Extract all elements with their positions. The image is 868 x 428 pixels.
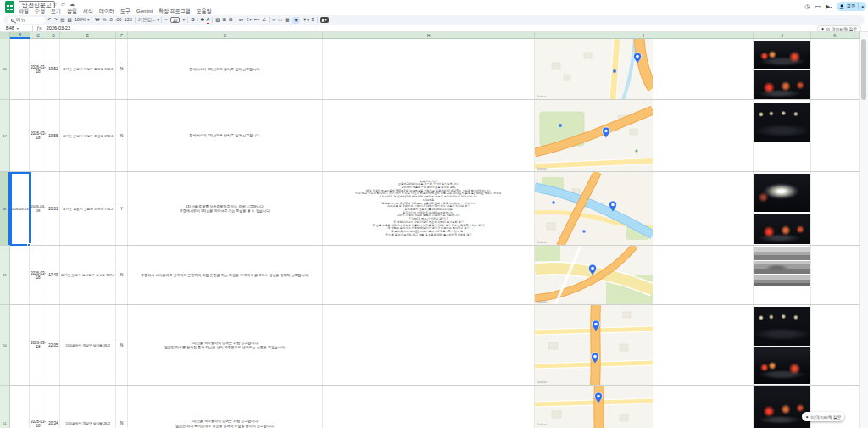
menu-file[interactable]: 파일 <box>19 8 29 14</box>
font-select[interactable]: 기본값... ▾ <box>138 16 159 24</box>
cell-D47[interactable]: 19:55 <box>47 100 60 171</box>
cell-E49[interactable]: 경기도 고양시 일산동구 성석동 537-4 <box>60 246 116 304</box>
document-title[interactable]: 안전신문고 <box>19 1 55 8</box>
text-wrap-button[interactable]: ↩▾ <box>254 16 260 24</box>
cell-G47-report-text[interactable]: 전세버스가 1차선으로 달리고 있어 신고합니다. <box>128 100 323 171</box>
cell-K49[interactable] <box>811 246 860 304</box>
ask-gemini-chip[interactable]: ✦ 이 데이터에 질문 <box>817 25 861 32</box>
fill-color-button[interactable]: ▨ <box>215 16 220 24</box>
cell-J46-photos[interactable] <box>754 39 811 99</box>
cell-C49[interactable]: 2026-03-18 <box>30 246 47 304</box>
horizontal-align-button[interactable]: ≡▾ <box>239 16 243 24</box>
decrease-font-button[interactable]: − <box>164 16 167 24</box>
menu-help[interactable]: 도움말 <box>197 8 212 14</box>
column-header-D[interactable]: D <box>47 32 60 39</box>
menu-extensions[interactable]: 확장 프로그램 <box>159 8 191 14</box>
share-button[interactable]: 공유 ▾ <box>837 2 866 11</box>
cell-G50-report-text[interactable]: 1차선을 역주행하며 넘어온 차량 신고합니다. 맞은편 차로를 달리던 중에 … <box>128 305 323 385</box>
row-header-47[interactable]: 47 <box>0 100 10 171</box>
row-header-51[interactable]: 51 <box>0 386 10 428</box>
font-size-input[interactable]: 10 <box>170 17 181 23</box>
number-format-button[interactable]: 123 <box>125 16 132 24</box>
cell-G51-report-text[interactable]: 1차선을 역주행하며 넘어온 차량 신고합니다. 맞은편 차가 보이는데도 차선… <box>128 386 323 428</box>
cell-H47[interactable] <box>323 100 535 171</box>
cell-K50[interactable] <box>811 305 860 385</box>
strikethrough-button[interactable]: S <box>201 16 204 24</box>
cell-C51[interactable]: 2026-03-18 <box>30 386 47 428</box>
cell-B49[interactable] <box>10 246 30 304</box>
column-header-F[interactable]: F <box>116 32 128 39</box>
percent-format-button[interactable]: % <box>102 16 106 24</box>
comment-history-icon[interactable]: ▭ <box>815 3 821 10</box>
cell-C48[interactable]: 2026-03-18 <box>30 172 47 245</box>
toolbar-search[interactable]: 메뉴 <box>8 17 45 24</box>
column-header-E[interactable]: E <box>60 32 116 39</box>
name-box[interactable]: B48 ▾ <box>0 25 29 31</box>
cell-F46[interactable]: N <box>116 39 128 99</box>
menu-insert[interactable]: 삽입 <box>67 8 77 14</box>
fill-handle[interactable] <box>27 243 31 247</box>
column-header-I[interactable]: I <box>535 32 754 39</box>
cell-B46[interactable] <box>10 39 30 99</box>
cell-D51[interactable]: 20:34 <box>47 386 60 428</box>
cell-I46-map[interactable]: kakao <box>535 39 754 99</box>
column-header-K[interactable]: K <box>811 32 860 39</box>
filter-views-button[interactable]: ▼▾ <box>303 16 309 24</box>
borders-button[interactable]: ⊞ <box>222 16 226 24</box>
row-header-49[interactable]: 49 <box>0 246 10 304</box>
redo-button[interactable]: ↷ <box>54 16 58 24</box>
cell-K47[interactable] <box>811 100 860 171</box>
currency-format-button[interactable]: ₩ <box>95 16 99 24</box>
meet-icon[interactable]: ▶▾ <box>826 3 832 10</box>
paint-format-button[interactable]: ▧ <box>67 16 71 24</box>
cell-K46[interactable] <box>811 39 860 99</box>
menu-tools[interactable]: 도구 <box>120 8 131 14</box>
column-header-B-selected[interactable]: B <box>10 32 30 39</box>
star-icon[interactable]: ☆ <box>53 2 57 8</box>
zoom-select[interactable]: 100% ▾ <box>75 16 90 24</box>
scrollbar-thumb[interactable] <box>861 39 866 100</box>
text-color-button[interactable]: A <box>207 17 210 24</box>
cell-F49[interactable]: N <box>116 246 128 304</box>
cell-C50[interactable]: 2026-03-18 <box>30 305 47 385</box>
cell-B51[interactable] <box>10 386 30 428</box>
filter-button[interactable]: ▼ <box>292 17 299 24</box>
cell-F50[interactable]: N <box>116 305 128 385</box>
row-header-48[interactable]: 48 <box>0 172 10 245</box>
menu-gemini[interactable]: Gemini <box>136 8 153 14</box>
cell-D48[interactable]: 20:01 <box>47 172 60 245</box>
decrease-decimal-button[interactable]: .0 <box>108 16 113 24</box>
merge-cells-button[interactable]: ⊟ <box>229 16 233 24</box>
cell-I47-map[interactable]: kakao <box>535 100 754 171</box>
cell-I51-map[interactable]: kakao <box>535 386 754 428</box>
cell-B47[interactable] <box>10 100 30 171</box>
insert-link-button[interactable]: ∞ <box>272 16 275 24</box>
cell-C47[interactable]: 2026-03-18 <box>30 100 47 171</box>
cell-H51[interactable] <box>323 386 535 428</box>
print-button[interactable]: ▤ <box>60 16 64 24</box>
bold-button[interactable]: B <box>191 16 194 24</box>
increase-font-button[interactable]: + <box>182 16 185 24</box>
version-history-icon[interactable]: ◷ <box>804 3 810 10</box>
cell-J49-photos[interactable] <box>754 246 811 304</box>
cell-G46-report-text[interactable]: 전세버스가 1차선으로 달리고 있어 신고합니다. <box>128 39 323 99</box>
menu-edit[interactable]: 수정 <box>35 8 45 14</box>
cell-E51[interactable]: 인천광역시 계양구 상야동 26-2 <box>60 386 116 428</box>
cell-K48[interactable] <box>811 172 860 245</box>
menu-data[interactable]: 데이터 <box>99 8 114 14</box>
column-header-G[interactable]: G <box>128 32 323 39</box>
text-rotate-button[interactable]: ∠ <box>262 16 266 24</box>
cell-J50-photos[interactable] <box>754 305 811 385</box>
cell-F47[interactable]: N <box>116 100 128 171</box>
select-all-corner[interactable] <box>0 32 10 39</box>
menu-format[interactable]: 서식 <box>83 8 93 14</box>
vertical-align-button[interactable]: ↧▾ <box>246 16 252 24</box>
cell-I48-map[interactable]: kakao <box>535 172 754 245</box>
insert-comment-button[interactable]: ▭ <box>278 16 282 24</box>
cell-J48-photos[interactable] <box>754 172 811 245</box>
column-header-C[interactable]: C <box>30 32 47 39</box>
cell-I50-map[interactable]: kakao <box>535 305 754 385</box>
insert-chart-button[interactable]: ▦ <box>285 16 289 24</box>
cell-D50[interactable]: 22:05 <box>47 305 60 385</box>
column-header-H[interactable]: H <box>323 32 535 39</box>
